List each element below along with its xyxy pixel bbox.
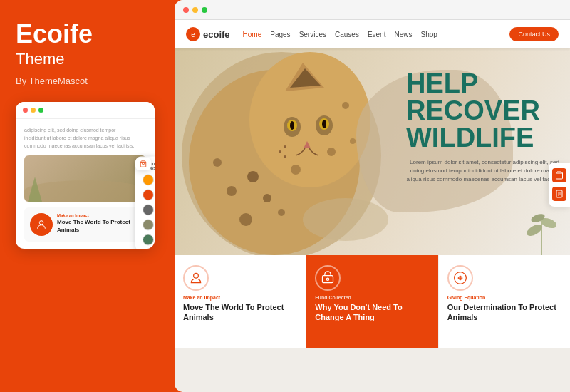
bottom-card-1-title: Move The World To Protect Animals	[183, 302, 297, 323]
cart-chip[interactable]	[135, 158, 151, 170]
mobile-card-title: Move The World To Protect Animals	[57, 219, 140, 234]
svg-point-24	[327, 148, 336, 156]
bottom-cards: Make an Impact Move The World To Protect…	[175, 255, 570, 348]
nav-home[interactable]: Home	[243, 31, 262, 38]
site-logo-text: ecoife	[203, 29, 230, 40]
plant-right	[527, 205, 556, 255]
hero-description: Lorem ipsum dolor sit amet, consectetur …	[406, 158, 563, 184]
site-logo: e ecoife	[186, 27, 230, 41]
bottom-card-3: Giving Equation Our Determination To Pro…	[439, 255, 570, 348]
side-widget-cart-icon[interactable]	[552, 168, 566, 182]
dot-red	[23, 108, 28, 113]
bottom-card-1-icon	[183, 265, 209, 291]
svg-point-33	[327, 278, 329, 280]
dot-green	[38, 108, 43, 113]
brand-subtitle: Theme	[16, 50, 159, 68]
svg-point-12	[322, 120, 326, 128]
svg-point-20	[239, 213, 252, 226]
nav-event[interactable]: Event	[368, 31, 386, 38]
nav-pages[interactable]: Pages	[270, 31, 290, 38]
svg-point-21	[278, 209, 285, 216]
hero-title-line1: HELP	[406, 70, 563, 97]
svg-point-19	[227, 186, 237, 196]
bottom-card-2-label: Fund Collected	[315, 295, 429, 300]
svg-point-22	[213, 158, 222, 167]
svg-point-15	[279, 150, 281, 153]
mobile-content: adipiscing elit, sed doing elusmod tempo…	[16, 119, 155, 249]
mobile-impact-icon	[30, 213, 53, 236]
mobile-card-bottom: Make an Impact Move The World To Protect…	[24, 207, 146, 242]
website-content: e ecoife Home Pages Services Causes Even…	[175, 20, 570, 392]
mobile-hero-area	[24, 155, 146, 202]
mobile-card-label: Make an Impact	[57, 213, 140, 217]
svg-rect-32	[323, 276, 333, 283]
browser-dot-red	[183, 7, 189, 13]
browser-dot-green	[202, 7, 207, 13]
hero-title-line3: WILDLIFE	[406, 124, 563, 151]
main-panel: e ecoife Home Pages Services Causes Even…	[175, 0, 570, 392]
mobile-text-lines: adipiscing elit, sed doing elusmod tempo…	[24, 126, 146, 150]
nav-shop[interactable]: Shop	[420, 31, 437, 38]
hero-section: HELP RECOVER WILDLIFE Lorem ipsum dolor …	[175, 48, 570, 255]
color-swatch-2[interactable]	[142, 189, 154, 200]
contact-button[interactable]: Contact Us	[509, 27, 559, 41]
site-navbar: e ecoife Home Pages Services Causes Even…	[175, 20, 570, 48]
nav-news[interactable]: News	[394, 31, 412, 38]
browser-chrome	[175, 0, 570, 20]
mobile-topbar	[16, 102, 155, 119]
svg-point-17	[247, 171, 259, 182]
bottom-card-2-icon	[315, 265, 341, 291]
sand-blob	[303, 198, 388, 241]
browser-dot-yellow	[192, 7, 198, 13]
side-widget-doc-icon[interactable]	[552, 187, 566, 201]
color-swatch-1[interactable]	[142, 174, 154, 185]
brand-name: Ecoife	[16, 20, 159, 48]
bottom-card-3-label: Giving Equation	[447, 295, 561, 300]
svg-point-26	[291, 165, 301, 175]
nav-services[interactable]: Services	[299, 31, 326, 38]
bottom-card-2-title: Why You Don't Need To Change A Thing	[315, 302, 429, 323]
svg-point-10	[290, 121, 294, 130]
svg-point-14	[284, 145, 286, 148]
color-swatch-5[interactable]	[142, 234, 154, 245]
brand-by: By ThemeMascot	[16, 76, 159, 86]
color-swatch-3[interactable]	[142, 204, 154, 215]
bottom-card-2: Fund Collected Why You Don't Need To Cha…	[306, 255, 438, 348]
left-panel: Ecoife Theme By ThemeMascot adipiscing e…	[0, 0, 175, 392]
color-swatch-4[interactable]	[142, 219, 154, 230]
svg-point-18	[263, 194, 271, 202]
bottom-card-1-label: Make an Impact	[183, 295, 297, 300]
bottom-card-3-icon	[447, 265, 473, 291]
nav-causes[interactable]: Causes	[335, 31, 359, 38]
svg-point-16	[284, 155, 286, 158]
site-logo-icon: e	[186, 27, 200, 41]
mobile-card-text: Make an Impact Move The World To Protect…	[57, 213, 140, 234]
mobile-hero-overlay	[24, 180, 146, 202]
mobile-preview: adipiscing elit, sed doing elusmod tempo…	[16, 102, 155, 249]
hero-text-area: HELP RECOVER WILDLIFE Lorem ipsum dolor …	[406, 70, 563, 184]
side-widget[interactable]	[549, 163, 570, 207]
bottom-card-3-title: Our Determination To Protect Animals	[447, 302, 561, 323]
hero-title-line2: RECOVER	[406, 97, 563, 124]
svg-point-31	[194, 273, 199, 278]
nav-links: Home Pages Services Causes Event News Sh…	[243, 31, 510, 38]
svg-point-25	[350, 138, 356, 144]
svg-point-23	[342, 102, 349, 109]
dot-yellow	[31, 108, 36, 113]
bottom-card-1: Make an Impact Move The World To Protect…	[175, 255, 306, 348]
